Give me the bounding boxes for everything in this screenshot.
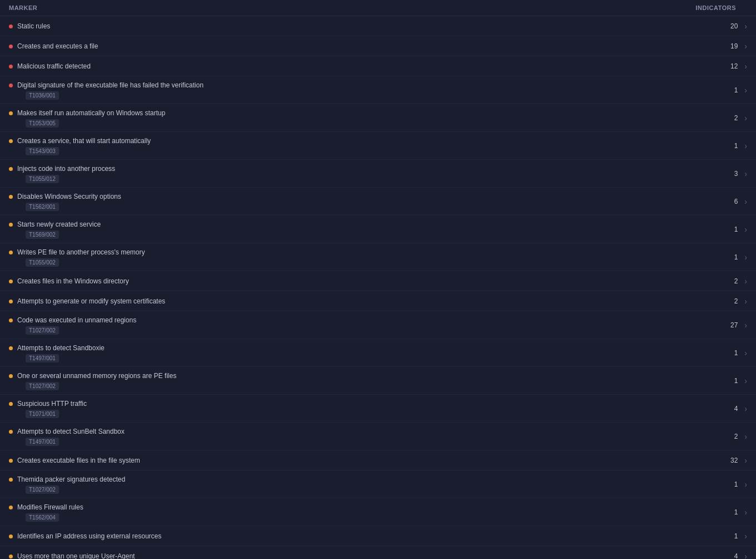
row-main: Creates executable files in the file sys… — [9, 457, 140, 464]
table-row[interactable]: Uses more than one unique User-Agent 4 › — [0, 546, 756, 559]
row-main: Modifies Firewall rules — [9, 503, 83, 511]
row-left: Makes itself run automatically on Window… — [9, 109, 703, 127]
severity-dot — [9, 280, 13, 283]
row-main: One or several unnamed memory regions ar… — [9, 372, 176, 380]
indicator-count: 1 — [724, 480, 738, 488]
row-right: 2 › — [703, 277, 747, 286]
indicator-count: 4 — [724, 552, 738, 560]
chevron-icon: › — [744, 376, 747, 385]
indicator-count: 1 — [724, 377, 738, 385]
row-main: Injects code into another process — [9, 165, 115, 173]
chevron-icon: › — [744, 62, 747, 71]
header-marker: Marker — [9, 4, 37, 11]
row-right: 1 › — [703, 376, 747, 385]
table-row[interactable]: Attempts to detect SunBelt Sandbox T1497… — [0, 423, 756, 450]
table-header: Marker Indicators — [0, 0, 756, 16]
marker-label: Attempts to generate or modify system ce… — [17, 297, 165, 305]
indicator-count: 1 — [724, 508, 738, 516]
row-main: Malicious traffic detected — [9, 62, 91, 70]
severity-dot — [9, 430, 13, 434]
chevron-icon: › — [744, 297, 747, 306]
chevron-icon: › — [744, 480, 747, 489]
row-right: 1 › — [703, 508, 747, 517]
table-row[interactable]: Creates and executes a file 19 › — [0, 36, 756, 56]
tag-label: T1027/002 — [26, 326, 59, 335]
table-row[interactable]: Themida packer signatures detected T1027… — [0, 470, 756, 498]
chevron-icon: › — [744, 253, 747, 262]
indicator-count: 3 — [724, 170, 738, 178]
chevron-icon: › — [744, 42, 747, 51]
row-left: Creates executable files in the file sys… — [9, 457, 703, 464]
table-row[interactable]: Attempts to generate or modify system ce… — [0, 291, 756, 311]
marker-label: Uses more than one unique User-Agent — [17, 552, 135, 560]
table-row[interactable]: Starts newly created service T1569/002 1… — [0, 215, 756, 243]
marker-label: Makes itself run automatically on Window… — [17, 109, 165, 117]
row-left: Static rules — [9, 22, 703, 30]
tag-label: T1562/001 — [26, 203, 59, 211]
row-main: Identifies an IP address using external … — [9, 532, 161, 540]
chevron-icon: › — [744, 86, 747, 95]
severity-dot — [9, 195, 13, 199]
marker-label: Injects code into another process — [17, 165, 115, 173]
chevron-icon: › — [744, 349, 747, 357]
row-main: Static rules — [9, 22, 50, 30]
indicator-count: 19 — [724, 42, 738, 50]
table-row[interactable]: Malicious traffic detected 12 › — [0, 56, 756, 76]
marker-label: Themida packer signatures detected — [17, 475, 125, 483]
chevron-icon: › — [744, 532, 747, 541]
indicator-count: 12 — [724, 62, 738, 70]
chevron-icon: › — [744, 508, 747, 517]
chevron-icon: › — [744, 321, 747, 330]
table-row[interactable]: One or several unnamed memory regions ar… — [0, 367, 756, 395]
table-row[interactable]: Code was executed in unnamed regions T10… — [0, 311, 756, 339]
table-row[interactable]: Injects code into another process T1055/… — [0, 160, 756, 188]
chevron-icon: › — [744, 432, 747, 441]
severity-dot — [9, 45, 13, 48]
indicator-count: 1 — [724, 349, 738, 357]
severity-dot — [9, 300, 13, 303]
row-left: Attempts to generate or modify system ce… — [9, 297, 703, 305]
table-row[interactable]: Disables Windows Security options T1562/… — [0, 188, 756, 215]
marker-label: Malicious traffic detected — [17, 62, 91, 70]
row-left: Injects code into another process T1055/… — [9, 165, 703, 183]
severity-dot — [9, 318, 13, 322]
table-row[interactable]: Identifies an IP address using external … — [0, 526, 756, 546]
indicator-count: 20 — [724, 22, 738, 30]
row-right: 4 › — [703, 552, 747, 560]
indicator-count: 6 — [724, 198, 738, 205]
indicator-count: 1 — [724, 253, 738, 261]
indicator-count: 1 — [724, 532, 738, 540]
indicator-count: 2 — [724, 277, 738, 285]
row-main: Themida packer signatures detected — [9, 475, 125, 483]
severity-dot — [9, 535, 13, 538]
row-main: Attempts to detect SunBelt Sandbox — [9, 428, 125, 435]
table-row[interactable]: Modifies Firewall rules T1562/004 1 › — [0, 498, 756, 526]
row-right: 1 › — [703, 253, 747, 262]
row-main: Attempts to detect Sandboxie — [9, 344, 105, 352]
row-main: Digital signature of the executable file… — [9, 81, 204, 89]
marker-label: Creates a service, that will start autom… — [17, 137, 151, 145]
row-right: 1 › — [703, 141, 747, 150]
indicator-count: 27 — [724, 321, 738, 329]
tag-label: T1027/002 — [26, 486, 59, 494]
table-row[interactable]: Creates a service, that will start autom… — [0, 132, 756, 160]
table-row[interactable]: Writes PE file to another process's memo… — [0, 243, 756, 271]
table-row[interactable]: Creates files in the Windows directory 2… — [0, 271, 756, 291]
tag-label: T1055/012 — [26, 175, 59, 183]
table-row[interactable]: Creates executable files in the file sys… — [0, 450, 756, 470]
indicator-count: 32 — [724, 457, 738, 464]
row-left: Creates files in the Windows directory — [9, 277, 703, 285]
table-row[interactable]: Digital signature of the executable file… — [0, 76, 756, 104]
marker-label: Attempts to detect Sandboxie — [17, 344, 105, 352]
row-right: 20 › — [703, 22, 747, 31]
table-row[interactable]: Attempts to detect Sandboxie T1497/001 1… — [0, 339, 756, 367]
table-row[interactable]: Static rules 20 › — [0, 16, 756, 36]
table-row[interactable]: Makes itself run automatically on Window… — [0, 104, 756, 132]
table-row[interactable]: Suspicious HTTP traffic T1071/001 4 › — [0, 395, 756, 423]
tag-label: T1543/003 — [26, 147, 59, 155]
row-main: Writes PE file to another process's memo… — [9, 248, 145, 256]
row-left: One or several unnamed memory regions ar… — [9, 372, 703, 390]
row-main: Uses more than one unique User-Agent — [9, 552, 135, 560]
tag-label: T1497/001 — [26, 438, 59, 446]
indicator-count: 2 — [724, 433, 738, 440]
